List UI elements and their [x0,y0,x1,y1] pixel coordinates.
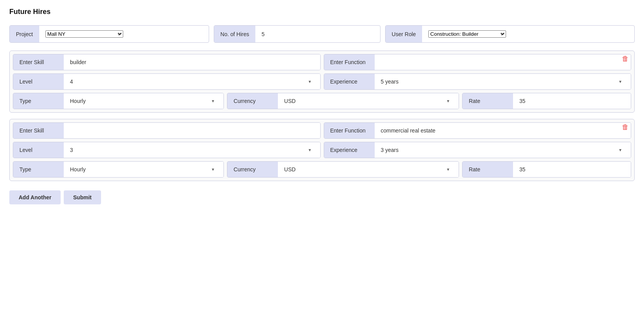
skill-label-2: Enter Skill [13,123,64,138]
function-input-1[interactable] [381,59,625,65]
type-select-1[interactable]: HourlyDailyWeeklyMonthly [70,98,217,104]
top-row: Project Mall NY ▾ No. of Hires User Role… [9,25,635,43]
hires-field: No. of Hires [214,25,380,43]
experience-select-wrapper-2[interactable]: 1 year2 years3 years4 years5 years6 year… [381,147,625,153]
currency-select-wrapper-2[interactable]: USDEURGBPCADAUD ▾ [284,166,452,173]
function-value-1[interactable] [375,54,631,70]
add-another-button[interactable]: Add Another [9,190,61,204]
delete-button-1[interactable]: 🗑 [620,54,631,64]
skill-input-1[interactable] [70,59,314,65]
page-title: Future Hires [9,8,635,16]
experience-label-1: Experience [324,74,375,89]
user-role-field: User Role Construction: Builder ▾ [385,25,635,43]
level-value-1[interactable]: 12345 ▾ [64,74,320,89]
type-select-2[interactable]: HourlyDailyWeeklyMonthly [70,166,217,173]
type-value-1[interactable]: HourlyDailyWeeklyMonthly ▾ [64,93,223,109]
currency-field-1: Currency USDEURGBPCADAUD ▾ [227,93,459,109]
currency-select-1[interactable]: USDEURGBPCADAUD [284,98,452,104]
type-label-2: Type [13,162,64,177]
rate-input-2[interactable] [519,166,625,173]
currency-field-2: Currency USDEURGBPCADAUD ▾ [227,161,459,178]
rate-label-1: Rate [462,93,513,109]
currency-value-1[interactable]: USDEURGBPCADAUD ▾ [278,93,459,109]
user-role-select-wrapper[interactable]: Construction: Builder ▾ [428,30,506,38]
type-field-2: Type HourlyDailyWeeklyMonthly ▾ [13,161,224,178]
skill-function-row-1: Enter Skill Enter Function [13,54,631,70]
user-role-label: User Role [386,26,422,42]
user-role-select[interactable]: Construction: Builder [428,30,506,38]
type-label-1: Type [13,93,64,109]
skill-block-2: 🗑 Enter Skill Enter Function Level 12345… [9,119,635,181]
skill-block-1: 🗑 Enter Skill Enter Function Level 12345… [9,51,635,113]
level-value-2[interactable]: 12345 ▾ [64,142,320,158]
experience-field-1: Experience 1 year2 years3 years4 years5 … [324,73,632,90]
currency-label-2: Currency [227,162,278,177]
project-select[interactable]: Mall NY [45,30,123,38]
experience-select-1[interactable]: 1 year2 years3 years4 years5 years6 year… [381,78,625,85]
level-experience-row-2: Level 12345 ▾ Experience 1 year2 years3 … [13,142,631,158]
level-experience-row-1: Level 12345 ▾ Experience 1 year2 years3 … [13,73,631,90]
function-value-2[interactable] [375,123,631,138]
rate-value-1[interactable] [513,93,631,109]
type-currency-rate-row-1: Type HourlyDailyWeeklyMonthly ▾ Currency… [13,93,631,109]
function-label-2: Enter Function [324,123,375,138]
project-label: Project [10,26,39,42]
bottom-buttons: Add Another Submit [9,190,635,204]
experience-label-2: Experience [324,142,375,158]
currency-label-1: Currency [227,93,278,109]
rate-label-2: Rate [462,162,513,177]
type-select-wrapper-1[interactable]: HourlyDailyWeeklyMonthly ▾ [70,98,217,104]
user-role-value[interactable]: Construction: Builder ▾ [422,26,512,42]
project-select-wrapper[interactable]: Mall NY ▾ [45,30,123,38]
function-label-1: Enter Function [324,54,375,70]
level-field-2: Level 12345 ▾ [13,142,321,158]
skill-field-1: Enter Skill [13,54,321,70]
type-value-2[interactable]: HourlyDailyWeeklyMonthly ▾ [64,162,223,177]
experience-select-2[interactable]: 1 year2 years3 years4 years5 years6 year… [381,147,625,153]
rate-value-2[interactable] [513,162,631,177]
level-select-wrapper-1[interactable]: 12345 ▾ [70,78,314,85]
project-value[interactable]: Mall NY ▾ [39,26,129,42]
experience-select-wrapper-1[interactable]: 1 year2 years3 years4 years5 years6 year… [381,78,625,85]
function-field-2: Enter Function [324,122,632,139]
level-select-2[interactable]: 12345 [70,147,314,153]
type-field-1: Type HourlyDailyWeeklyMonthly ▾ [13,93,224,109]
level-select-wrapper-2[interactable]: 12345 ▾ [70,147,314,153]
experience-value-1[interactable]: 1 year2 years3 years4 years5 years6 year… [375,74,631,89]
level-label-2: Level [13,142,64,158]
hires-input[interactable] [262,31,285,37]
hires-value-wrapper[interactable] [255,26,291,42]
project-field: Project Mall NY ▾ [9,25,209,43]
level-select-1[interactable]: 12345 [70,78,314,85]
hires-label: No. of Hires [214,26,255,42]
level-field-1: Level 12345 ▾ [13,73,321,90]
experience-value-2[interactable]: 1 year2 years3 years4 years5 years6 year… [375,142,631,158]
rate-field-1: Rate [462,93,631,109]
currency-select-wrapper-1[interactable]: USDEURGBPCADAUD ▾ [284,98,452,104]
currency-value-2[interactable]: USDEURGBPCADAUD ▾ [278,162,459,177]
skill-blocks-container: 🗑 Enter Skill Enter Function Level 12345… [9,51,635,181]
skill-value-1[interactable] [64,54,320,70]
submit-button[interactable]: Submit [64,190,101,204]
delete-button-2[interactable]: 🗑 [620,122,631,132]
level-label-1: Level [13,74,64,89]
type-select-wrapper-2[interactable]: HourlyDailyWeeklyMonthly ▾ [70,166,217,173]
skill-label-1: Enter Skill [13,54,64,70]
experience-field-2: Experience 1 year2 years3 years4 years5 … [324,142,632,158]
rate-field-2: Rate [462,161,631,178]
rate-input-1[interactable] [519,98,625,104]
function-input-2[interactable] [381,127,625,134]
currency-select-2[interactable]: USDEURGBPCADAUD [284,166,452,173]
skill-function-row-2: Enter Skill Enter Function [13,122,631,139]
skill-value-2[interactable] [64,123,320,138]
skill-input-2[interactable] [70,127,314,134]
function-field-1: Enter Function [324,54,632,70]
skill-field-2: Enter Skill [13,122,321,139]
type-currency-rate-row-2: Type HourlyDailyWeeklyMonthly ▾ Currency… [13,161,631,178]
